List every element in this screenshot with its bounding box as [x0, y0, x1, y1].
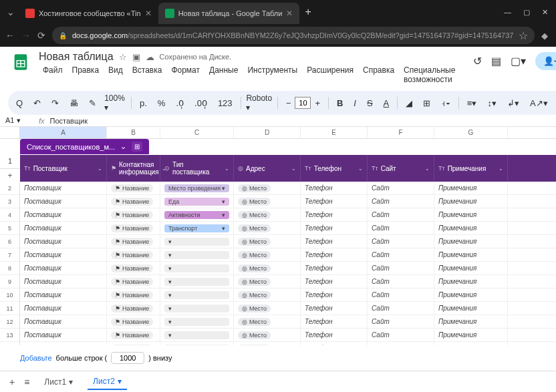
- cell[interactable]: Примечания: [434, 342, 508, 345]
- menu-edit[interactable]: Правка: [68, 64, 104, 85]
- cell[interactable]: ▾: [160, 248, 234, 261]
- cell[interactable]: Поставщик: [20, 208, 107, 221]
- close-icon[interactable]: ✕: [286, 9, 293, 18]
- cell[interactable]: ⚑Название: [107, 315, 160, 328]
- cell[interactable]: Телефон: [301, 262, 368, 274]
- cell[interactable]: Активности▾: [160, 208, 234, 221]
- formula-bar[interactable]: Поставщик: [50, 117, 88, 125]
- cell[interactable]: Примечания: [434, 208, 508, 221]
- col-header[interactable]: A: [20, 127, 107, 138]
- menu-data[interactable]: Данные: [205, 64, 242, 85]
- header-cell[interactable]: TтТелефон⌄: [301, 155, 368, 182]
- row-header[interactable]: 2: [0, 182, 20, 194]
- cell[interactable]: Поставщик: [20, 315, 107, 328]
- maximize-icon[interactable]: ▢: [523, 8, 530, 17]
- bold-button[interactable]: B: [334, 97, 345, 110]
- cell[interactable]: Поставщик: [20, 182, 107, 194]
- cell[interactable]: Примечания: [434, 262, 508, 274]
- cell[interactable]: ◎Место: [234, 182, 301, 194]
- sheets-logo-icon[interactable]: [9, 51, 32, 73]
- cell[interactable]: Поставщик: [20, 262, 107, 274]
- search-menu-icon[interactable]: Q: [13, 97, 25, 110]
- menu-file[interactable]: Файл: [39, 64, 67, 85]
- star-icon[interactable]: ☆: [519, 29, 528, 42]
- cell[interactable]: Телефон: [301, 329, 368, 341]
- cell[interactable]: Телефон: [301, 342, 368, 345]
- cell[interactable]: Примечания: [434, 235, 508, 248]
- select-all-corner[interactable]: [0, 127, 20, 138]
- font-size-input[interactable]: [295, 97, 311, 109]
- merge-button[interactable]: ⫞▾: [438, 97, 453, 110]
- row-header[interactable]: 5: [0, 222, 20, 234]
- cell[interactable]: Поставщик: [20, 302, 107, 315]
- url-input[interactable]: 🔒 docs.google.com/spreadsheets/d/1mCARfY…: [52, 27, 535, 44]
- fill-color-button[interactable]: ◢: [403, 97, 415, 110]
- cell[interactable]: ▾: [160, 329, 234, 341]
- cell[interactable]: ◎Место: [234, 275, 301, 288]
- cell[interactable]: Примечания: [434, 315, 508, 328]
- cell[interactable]: ◎Место: [234, 248, 301, 261]
- sheet-tab-active[interactable]: Лист2▾: [88, 374, 127, 390]
- row-header[interactable]: 7: [0, 248, 20, 261]
- row-header[interactable]: 9: [0, 275, 20, 288]
- cell[interactable]: Телефон: [301, 182, 368, 194]
- cell[interactable]: ⚑Название: [107, 302, 160, 315]
- cell[interactable]: Телефон: [301, 208, 368, 221]
- cell[interactable]: Телефон: [301, 275, 368, 288]
- row-header[interactable]: 11: [0, 302, 20, 315]
- cell[interactable]: Примечания: [434, 248, 508, 261]
- cell[interactable]: ⚑Название: [107, 235, 160, 248]
- cell[interactable]: Телефон: [301, 248, 368, 261]
- more-formats-button[interactable]: 123: [215, 97, 235, 110]
- zoom-select[interactable]: 100% ▾: [104, 93, 126, 112]
- cell[interactable]: ⚑Название: [107, 222, 160, 234]
- cell[interactable]: Место проведения▾: [160, 182, 234, 194]
- menu-insert[interactable]: Вставка: [128, 64, 166, 85]
- cell[interactable]: ▾: [160, 275, 234, 288]
- cell[interactable]: Сайт: [368, 302, 434, 315]
- menu-help[interactable]: Справка: [359, 64, 398, 85]
- cell[interactable]: Еда▾: [160, 195, 234, 208]
- row-header[interactable]: 8: [0, 262, 20, 274]
- cell[interactable]: Поставщик: [20, 235, 107, 248]
- font-size-dec[interactable]: −: [283, 97, 294, 110]
- cell[interactable]: Поставщик: [20, 222, 107, 234]
- menu-tools[interactable]: Инструменты: [243, 64, 301, 85]
- cell-ref[interactable]: A1 ▾: [5, 116, 33, 125]
- expand-icon[interactable]: ⊞: [132, 142, 142, 152]
- cell[interactable]: ◎Место: [234, 195, 301, 208]
- cell[interactable]: Сайт: [368, 275, 434, 288]
- cell[interactable]: ⚑Название: [107, 182, 160, 194]
- cell[interactable]: Телефон: [301, 222, 368, 234]
- cell[interactable]: Поставщик: [20, 195, 107, 208]
- row-header[interactable]: 14: [0, 342, 20, 345]
- cell[interactable]: Примечания: [434, 182, 508, 194]
- undo-icon[interactable]: ↶: [31, 97, 43, 110]
- cell[interactable]: Сайт: [368, 208, 434, 221]
- cell[interactable]: Примечания: [434, 195, 508, 208]
- cell[interactable]: ▾: [160, 288, 234, 301]
- col-header[interactable]: C: [160, 127, 234, 138]
- header-cell[interactable]: ◎Адрес⌄: [234, 155, 301, 182]
- cell[interactable]: Телефон: [301, 302, 368, 315]
- cloud-icon[interactable]: ☁: [146, 52, 154, 62]
- cell[interactable]: Сайт: [368, 262, 434, 274]
- header-cell[interactable]: TтПоставщик⌄: [20, 155, 107, 182]
- col-header[interactable]: E: [301, 127, 368, 138]
- italic-button[interactable]: I: [351, 97, 359, 110]
- cell[interactable]: ▾: [160, 262, 234, 274]
- font-select[interactable]: Roboto ▾: [246, 93, 272, 112]
- sheet-grid[interactable]: A B C D E F G Список_поставщиков_м... ⌄ …: [0, 127, 556, 345]
- cell[interactable]: Сайт: [368, 182, 434, 194]
- add-rows-input[interactable]: [111, 352, 144, 364]
- strike-button[interactable]: S: [364, 97, 376, 110]
- cell[interactable]: ⚑Название: [107, 288, 160, 301]
- col-header[interactable]: B: [107, 127, 160, 138]
- cell[interactable]: ⚑Название: [107, 329, 160, 341]
- forward-icon[interactable]: →: [21, 30, 31, 41]
- cell[interactable]: ◎Место: [234, 208, 301, 221]
- cell[interactable]: Примечания: [434, 288, 508, 301]
- percent-button[interactable]: %: [155, 97, 168, 110]
- cell[interactable]: Сайт: [368, 235, 434, 248]
- cell[interactable]: ⚑Название: [107, 342, 160, 345]
